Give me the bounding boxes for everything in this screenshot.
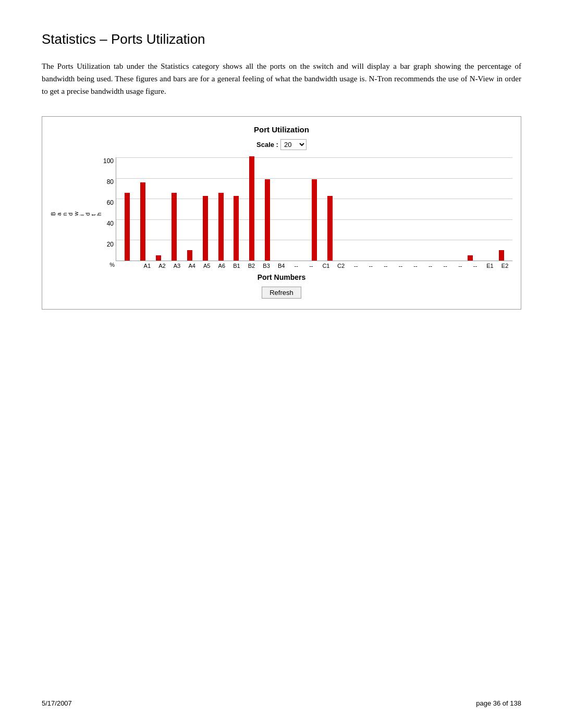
- bar: [499, 250, 504, 261]
- x-label: A4: [185, 263, 200, 269]
- bar-group: [275, 157, 291, 261]
- x-label: B2: [244, 263, 259, 269]
- bar-group: [353, 157, 369, 261]
- bar-group: [322, 157, 338, 261]
- bar-chart: [116, 157, 512, 261]
- bar-group: [213, 157, 229, 261]
- bar-group: [307, 157, 322, 261]
- bar-group: [400, 157, 416, 261]
- x-axis-labels: A1A2A3A4A5A6B1B2B3B4----C1C2------------…: [116, 263, 512, 269]
- bar-group: [431, 157, 447, 261]
- refresh-button[interactable]: Refresh: [262, 287, 301, 299]
- y-axis-unit: %: [109, 262, 116, 269]
- bar: [140, 182, 145, 261]
- y-tick-100: 100: [103, 157, 116, 178]
- bar-group: [462, 157, 478, 261]
- x-label: --: [423, 263, 438, 269]
- x-label: B1: [229, 263, 244, 269]
- scale-select[interactable]: 5 10 20 50 100: [280, 139, 307, 150]
- x-label: A3: [169, 263, 185, 269]
- bar-group: [182, 157, 198, 261]
- bar-group: [291, 157, 307, 261]
- bar-group: [478, 157, 494, 261]
- scale-label: Scale :: [256, 141, 278, 149]
- bar-group: [338, 157, 353, 261]
- bar: [125, 193, 130, 261]
- bar-group: [151, 157, 166, 261]
- x-label: --: [438, 263, 453, 269]
- x-label: --: [408, 263, 423, 269]
- x-label: A2: [155, 263, 170, 269]
- x-label: A1: [140, 263, 155, 269]
- bar-group: [244, 157, 260, 261]
- x-label: E1: [483, 263, 498, 269]
- refresh-row: Refresh: [51, 287, 512, 299]
- port-numbers-label: Port Numbers: [51, 273, 512, 281]
- page: Statistics – Ports Utilization The Ports…: [0, 0, 563, 728]
- bar: [187, 250, 192, 261]
- x-label: --: [304, 263, 319, 269]
- x-label: C2: [334, 263, 349, 269]
- bars-row: [116, 157, 512, 261]
- x-label: C1: [319, 263, 334, 269]
- bar: [203, 196, 208, 261]
- x-label: B4: [274, 263, 289, 269]
- y-tick-60: 60: [103, 199, 116, 220]
- y-ticks-container: 100 80 60 40 20 %: [103, 157, 116, 269]
- bar-group: [494, 157, 509, 261]
- x-label: A5: [199, 263, 214, 269]
- x-label: --: [378, 263, 394, 269]
- y-tick-20: 20: [103, 241, 116, 262]
- bar-group: [135, 157, 151, 261]
- bar-chart-wrapper: A1A2A3A4A5A6B1B2B3B4----C1C2------------…: [116, 157, 512, 269]
- bar-group: [228, 157, 244, 261]
- x-label: A6: [214, 263, 229, 269]
- bar-group: [119, 157, 135, 261]
- x-label: --: [363, 263, 378, 269]
- x-label: --: [468, 263, 483, 269]
- chart-container: Port Utilization Scale : 5 10 20 50 100 …: [42, 116, 521, 310]
- bar-group: [385, 157, 400, 261]
- footer-page-info: page 36 of 138: [476, 699, 521, 707]
- x-label: E2: [497, 263, 512, 269]
- footer: 5/17/2007 page 36 of 138: [42, 699, 521, 707]
- bar: [172, 193, 177, 261]
- scale-row: Scale : 5 10 20 50 100: [51, 139, 512, 150]
- bar-group: [260, 157, 275, 261]
- bar-group: [416, 157, 432, 261]
- bar: [156, 255, 161, 261]
- bar-group: [447, 157, 462, 261]
- bar-group: [369, 157, 385, 261]
- bar-group: [198, 157, 213, 261]
- x-label: --: [453, 263, 468, 269]
- x-label: --: [289, 263, 304, 269]
- footer-date: 5/17/2007: [42, 699, 72, 707]
- chart-title: Port Utilization: [51, 125, 512, 134]
- x-label: --: [348, 263, 363, 269]
- page-title: Statistics – Ports Utilization: [42, 31, 521, 47]
- chart-area: B a n d w i d t h 100 80 60 40 20 %: [51, 157, 512, 269]
- bar: [468, 255, 473, 261]
- x-label: --: [393, 263, 408, 269]
- bar: [312, 179, 317, 261]
- description-text: The Ports Utilization tab under the Stat…: [42, 60, 521, 97]
- bar: [234, 196, 239, 261]
- bar: [218, 193, 224, 261]
- bar: [265, 179, 270, 261]
- bar: [327, 196, 333, 261]
- bar: [249, 156, 254, 261]
- x-label: B3: [259, 263, 274, 269]
- y-tick-80: 80: [103, 178, 116, 199]
- y-axis-label: B a n d w i d t h: [51, 157, 102, 269]
- bar-group: [166, 157, 182, 261]
- y-tick-40: 40: [103, 220, 116, 241]
